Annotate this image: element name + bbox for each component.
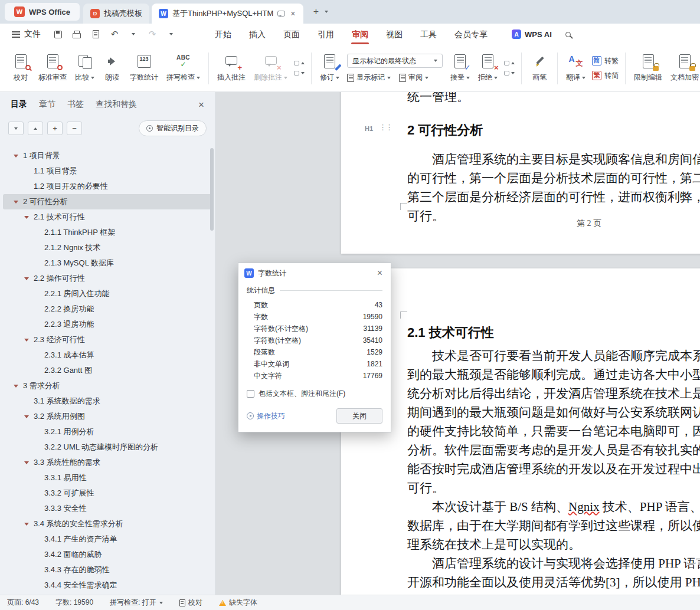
toc-expand-arrow-icon[interactable] xyxy=(24,339,29,342)
close-pane-icon[interactable]: × xyxy=(198,100,204,110)
menu-tab[interactable]: 页面 xyxy=(274,24,309,45)
menu-tab[interactable]: 会员专享 xyxy=(446,24,496,45)
sidebar-tab[interactable]: 章节 xyxy=(39,99,55,110)
pen-button[interactable]: 画笔 xyxy=(526,51,553,85)
toc-item[interactable]: 3.4.4 安全性需求确定 xyxy=(3,578,212,593)
search-button[interactable] xyxy=(561,27,575,41)
toc-item[interactable]: 1 项目背景 xyxy=(3,148,212,163)
toc-item[interactable]: 2.1.3 MySQL 数据库 xyxy=(3,255,212,271)
toc-item[interactable]: 2.1 技术可行性 xyxy=(3,209,212,225)
sidebar-tab[interactable]: 书签 xyxy=(67,99,84,110)
checkbox-icon[interactable] xyxy=(247,390,254,398)
file-menu-button[interactable]: 文件 xyxy=(7,29,45,40)
document-page[interactable]: 统一管理。 H1 ⋮⋮ 2 可行性分析 酒店管理系统的主要目标是实现顾客信息和房… xyxy=(341,92,700,254)
to-traditional-button[interactable]: 简 转繁 xyxy=(592,56,619,66)
dialog-close-icon[interactable]: × xyxy=(375,267,385,279)
zoom-out-outline-button[interactable]: − xyxy=(67,122,82,135)
menu-tab[interactable]: 工具 xyxy=(411,24,446,45)
print-button[interactable] xyxy=(70,28,83,41)
read-aloud-button[interactable]: 朗读 xyxy=(99,51,126,85)
document-canvas[interactable]: 统一管理。 H1 ⋮⋮ 2 可行性分析 酒店管理系统的主要目标是实现顾客信息和房… xyxy=(215,92,700,595)
tab-current-document[interactable]: W 基于ThinkPHP+MySQL+HTM × xyxy=(152,4,303,24)
undo-dropdown[interactable] xyxy=(127,28,140,41)
redo-button[interactable]: ↷ xyxy=(146,28,159,41)
sidebar-scrollbar[interactable] xyxy=(210,148,214,231)
delete-comment-button[interactable]: × 删除批注 xyxy=(250,51,292,85)
toc-item[interactable]: 3.3.1 易用性 xyxy=(3,470,212,486)
collapse-all-button[interactable] xyxy=(8,122,24,135)
menu-tab[interactable]: 插入 xyxy=(240,24,274,45)
status-word-count[interactable]: 字数: 19590 xyxy=(55,598,93,608)
toc-item[interactable]: 2.3 经济可行性 xyxy=(3,332,212,347)
toc-item[interactable]: 2.1.1 ThinkPHP 框架 xyxy=(3,225,212,240)
tips-link[interactable]: 操作技巧 xyxy=(247,411,285,421)
smart-toc-button[interactable]: 智能识别目录 xyxy=(139,120,207,136)
toc-item[interactable]: 3.5 系统功能性需求分析 xyxy=(3,593,212,595)
quick-toolbar-dropdown[interactable] xyxy=(165,28,178,41)
toc-item[interactable]: 2.3.2 Gantt 图 xyxy=(3,363,212,378)
toc-expand-arrow-icon[interactable] xyxy=(24,216,29,219)
close-dialog-button[interactable]: 关闭 xyxy=(336,408,382,424)
toc-item[interactable]: 3.4 系统的安全性需求分析 xyxy=(3,516,212,532)
toc-expand-arrow-icon[interactable] xyxy=(14,385,18,388)
document-page[interactable]: 2.1 技术可行性 技术是否可行要看当前开发人员能否顺序完成本系统的开发，分析到… xyxy=(341,268,700,595)
translate-button[interactable]: A文 翻译 xyxy=(562,51,590,85)
status-page-indicator[interactable]: 页面: 6/43 xyxy=(7,598,39,608)
insert-comment-button[interactable]: + 插入批注 xyxy=(213,51,250,85)
review-pane-button[interactable]: 审阅 xyxy=(399,73,428,83)
undo-button[interactable]: ↶ xyxy=(108,28,121,41)
toc-item[interactable]: 2.2.1 房间入住功能 xyxy=(3,286,212,301)
reject-button[interactable]: × 拒绝 xyxy=(474,51,502,85)
toc-item[interactable]: 3.4.2 面临的威胁 xyxy=(3,547,212,562)
show-markup-button[interactable]: 显示标记 xyxy=(347,73,391,83)
toc-item[interactable]: 3.2.1 用例分析 xyxy=(3,424,212,440)
proofread-button[interactable]: 校对 xyxy=(7,51,34,85)
standard-review-button[interactable]: 标准审查 xyxy=(34,51,71,85)
next-comment-button[interactable] xyxy=(294,71,305,76)
toc-item[interactable]: 3 需求分析 xyxy=(3,378,212,393)
document-encrypt-button[interactable]: 文档加密 xyxy=(666,51,700,85)
compare-button[interactable]: 比较 xyxy=(71,51,99,85)
print-preview-button[interactable] xyxy=(89,28,102,41)
tab-close-icon[interactable]: × xyxy=(289,8,296,19)
dialog-title-bar[interactable]: W 字数统计 × xyxy=(238,263,391,283)
toc-item[interactable]: 1.2 项目开发的必要性 xyxy=(3,179,212,194)
menu-tab[interactable]: 视图 xyxy=(377,24,411,45)
sidebar-tab[interactable]: 目录 xyxy=(11,99,27,110)
sidebar-tab[interactable]: 查找和替换 xyxy=(96,99,137,110)
wps-home-button[interactable]: W WPS Office xyxy=(5,3,80,21)
previous-comment-button[interactable] xyxy=(294,61,305,65)
toc-item[interactable]: 3.4.3 存在的脆弱性 xyxy=(3,562,212,578)
wps-ai-button[interactable]: A WPS AI xyxy=(512,29,552,39)
toc-item[interactable]: 2 可行性分析 xyxy=(3,194,212,209)
track-changes-button[interactable]: 修订 xyxy=(316,51,344,85)
spell-check-button[interactable]: ABC✓ 拼写检查 xyxy=(162,51,204,85)
restrict-editing-button[interactable]: 限制编辑 xyxy=(630,51,666,85)
to-simplified-button[interactable]: 繁 转简 xyxy=(592,71,619,81)
toc-expand-arrow-icon[interactable] xyxy=(24,523,29,526)
accept-button[interactable]: ✓ 接受 xyxy=(446,51,474,85)
word-count-button[interactable]: 123 字数统计 xyxy=(126,51,162,85)
toc-item[interactable]: 2.2 操作可行性 xyxy=(3,271,212,286)
include-textboxes-checkbox[interactable]: 包括文本框、脚注和尾注(F) xyxy=(247,389,382,399)
expand-all-button[interactable] xyxy=(28,122,43,135)
menu-tab[interactable]: 开始 xyxy=(206,24,240,45)
toc-item[interactable]: 3.3.2 可扩展性 xyxy=(3,486,212,501)
toc-expand-arrow-icon[interactable] xyxy=(14,155,18,158)
next-revision-button[interactable] xyxy=(504,71,515,76)
toc-item[interactable]: 3.1 系统数据的需求 xyxy=(3,393,212,409)
toc-item[interactable]: 3.3 系统性能的需求 xyxy=(3,455,212,470)
new-tab-button[interactable]: + xyxy=(308,4,323,19)
toc-item[interactable]: 2.2.2 换房功能 xyxy=(3,301,212,317)
toc-item[interactable]: 1.1 项目背景 xyxy=(3,163,212,179)
tab-docer-template[interactable]: D 找稿壳模板 xyxy=(83,4,149,24)
markup-state-select[interactable]: 显示标记的最终状态 xyxy=(347,54,443,68)
status-missing-font[interactable]: 缺失字体 xyxy=(219,598,257,608)
menu-tab[interactable]: 审阅 xyxy=(343,24,377,45)
toc-item[interactable]: 3.3.3 安全性 xyxy=(3,501,212,516)
toc-item[interactable]: 3.4.1 产生的资产清单 xyxy=(3,532,212,547)
toc-expand-arrow-icon[interactable] xyxy=(24,415,29,418)
menu-tab[interactable]: 引用 xyxy=(309,24,343,45)
toc-item[interactable]: 3.2.2 UML 动态建模时序图的分析 xyxy=(3,440,212,455)
save-button[interactable] xyxy=(51,28,64,41)
